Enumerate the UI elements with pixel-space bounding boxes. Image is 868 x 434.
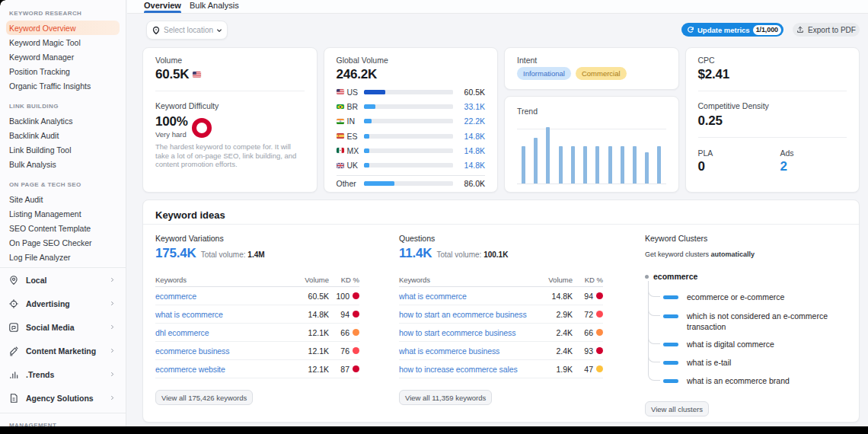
location-select[interactable]: Select location (146, 21, 228, 40)
sidebar-item-keyword-manager[interactable]: Keyword Manager (0, 49, 126, 64)
intent-badge-commercial: Commercial (576, 67, 627, 80)
global-volume-row: IN22.2K (337, 114, 486, 129)
sidebar-item-backlink-audit[interactable]: Backlink Audit (0, 128, 126, 142)
sidebar-item-log-file-analyzer[interactable]: Log File Analyzer (0, 250, 126, 264)
kd-dot (596, 347, 603, 354)
cluster-item: which is not considered an e-commerce tr… (663, 311, 843, 332)
window-corner (0, 0, 5, 5)
keyword-link[interactable]: how to start an ecommerce business (399, 310, 533, 319)
gb-flag-icon (337, 163, 344, 168)
update-metrics-button[interactable]: Update metrics 1/1,000 (681, 23, 783, 37)
cluster-bar-icon (663, 314, 678, 318)
kd-dot (353, 292, 359, 299)
sidebar-section-header: ON PAGE & TECH SEO (0, 177, 126, 192)
export-pdf-button[interactable]: Export to PDF (793, 23, 860, 37)
volume-cell: 1.9K (533, 365, 573, 374)
country-code: US (347, 88, 364, 97)
keyword-link[interactable]: what is ecommerce (399, 292, 533, 301)
volume-bar-track (364, 181, 453, 186)
country-code: Other (337, 179, 364, 188)
intent-label: Intent (517, 56, 666, 65)
sidebar-item-content-marketing[interactable]: Content Marketing (0, 339, 126, 362)
kd-cell: 76 (329, 346, 349, 356)
cluster-item: what is digital commerce (663, 340, 774, 350)
view-all-questions-button[interactable]: View all 11,359 keywords (399, 390, 492, 405)
view-all-variations-button[interactable]: View all 175,426 keywords (155, 390, 253, 405)
chevron-down-icon (216, 27, 222, 34)
difficulty-donut (192, 118, 212, 138)
trend-bar (522, 146, 525, 183)
global-volume-row: US60.5K (337, 85, 486, 99)
volume-bar-track (364, 104, 453, 109)
keyword-link[interactable]: ecommerce website (155, 365, 289, 374)
tab-bulk-analysis[interactable]: Bulk Analysis (190, 0, 239, 13)
keyword-link[interactable]: ecommerce business (155, 346, 289, 356)
sidebar-item-keyword-overview[interactable]: Keyword Overview (0, 21, 126, 35)
keyword-link[interactable]: dhl ecommerce (155, 328, 289, 337)
column-header-volume: Volume (533, 276, 573, 284)
view-all-clusters-button[interactable]: View all clusters (645, 401, 709, 416)
table-row: how to increase ecommerce sales1.9K47 (399, 360, 603, 378)
country-code: UK (347, 161, 364, 170)
keyword-link[interactable]: what is ecommerce business (399, 346, 533, 356)
cluster-item-label: which is not considered an e-commerce tr… (687, 311, 843, 332)
cluster-bar-icon (663, 379, 678, 383)
table-row: ecommerce business12.1K76 (155, 342, 359, 360)
export-pdf-label: Export to PDF (808, 26, 856, 34)
cluster-item-label: what is an ecommerce brand (687, 376, 790, 387)
trend-bar (559, 146, 563, 183)
trend-gridline (517, 129, 666, 129)
keyword-link[interactable]: what is ecommerce (155, 310, 289, 319)
trend-bar (583, 146, 587, 183)
sidebar-item--trends[interactable]: .Trends (0, 362, 126, 386)
volume-bar-track (364, 163, 453, 168)
sidebar-item-backlink-analytics[interactable]: Backlink Analytics (0, 113, 126, 128)
volume-cell: 12.1K (289, 346, 329, 356)
sidebar-item-seo-content-template[interactable]: SEO Content Template (0, 221, 126, 235)
location-pin-icon (8, 274, 20, 286)
kd-cell: 93 (573, 346, 593, 356)
sidebar-item-on-page-seo-checker[interactable]: On Page SEO Checker (0, 235, 126, 250)
global-volume-row: MX14.8K (337, 143, 486, 158)
volume-cell: 14.8K (289, 310, 329, 319)
sidebar-item-bulk-analysis[interactable]: Bulk Analysis (0, 157, 126, 171)
sidebar-item-agency-solutions[interactable]: Agency Solutions (0, 386, 126, 410)
sidebar-tool-label: Advertising (26, 299, 110, 308)
volume-bar-fill (364, 90, 386, 94)
sidebar-item-site-audit[interactable]: Site Audit (0, 192, 126, 206)
sidebar-item-keyword-magic-tool[interactable]: Keyword Magic Tool (0, 35, 126, 49)
cluster-item-label: what is e-tail (687, 358, 731, 369)
cpc-card: CPC $2.41 Competitive Density 0.25 PLA 0… (685, 47, 860, 193)
trend-bar (534, 138, 538, 183)
keyword-link[interactable]: ecommerce (155, 292, 289, 301)
sidebar-section-header: LINK BUILDING (0, 99, 126, 113)
country-code: MX (347, 146, 364, 155)
br-flag-icon (337, 104, 344, 110)
sidebar-item-listing-management[interactable]: Listing Management (0, 206, 126, 221)
kd-dot (353, 311, 359, 318)
sidebar-item-link-building-tool[interactable]: Link Building Tool (0, 142, 126, 157)
sidebar-tool-label: Agency Solutions (26, 394, 110, 403)
kd-dot (596, 311, 603, 318)
keyword-link[interactable]: how to increase ecommerce sales (399, 365, 533, 374)
chat-square-icon (8, 321, 20, 333)
sidebar-item-organic-traffic-insights[interactable]: Organic Traffic Insights (0, 78, 126, 93)
global-volume-value: 246.2K (337, 68, 486, 81)
trend-bar (571, 146, 575, 183)
es-flag-icon (337, 133, 344, 139)
keyword-link[interactable]: how to start ecommerce business (399, 328, 533, 337)
kd-cell: 66 (573, 328, 593, 337)
trend-card: Trend (504, 96, 679, 193)
sidebar-item-local[interactable]: Local (0, 268, 126, 292)
column-header-keywords: Keywords (399, 276, 533, 284)
kd-dot (596, 365, 603, 372)
tab-overview[interactable]: Overview (144, 0, 181, 13)
volume-cell: 60.5K (289, 292, 329, 301)
pla-value: 0 (698, 160, 780, 174)
sidebar-item-advertising[interactable]: Advertising (0, 292, 126, 315)
questions-count: 11.4K (399, 247, 432, 260)
sidebar-item-social-media[interactable]: Social Media (0, 315, 126, 339)
kd-dot-wrap (593, 329, 603, 336)
sidebar: KEYWORD RESEARCHKeyword OverviewKeyword … (0, 0, 126, 434)
sidebar-item-position-tracking[interactable]: Position Tracking (0, 64, 126, 78)
